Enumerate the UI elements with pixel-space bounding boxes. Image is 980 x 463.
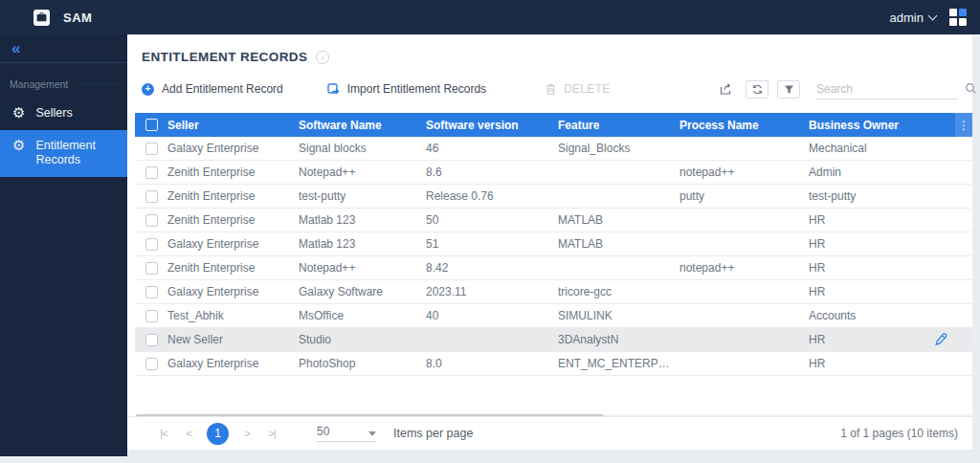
column-header-software-version[interactable]: Software version	[426, 119, 558, 132]
cell-seller: Galaxy Enterprise	[167, 357, 299, 370]
table-row[interactable]: Zenith EnterpriseNotepad++8.42notepad++H…	[135, 256, 972, 280]
app-title: SAM	[63, 11, 92, 25]
row-checkbox[interactable]	[135, 358, 167, 370]
cell-business_owner: test-putty	[809, 189, 926, 203]
row-checkbox[interactable]	[135, 262, 167, 275]
cell-software_version: 2023.11	[426, 285, 558, 298]
cell-software_name: MsOffice	[299, 309, 426, 322]
row-checkbox[interactable]	[135, 310, 167, 322]
cell-process_name: notepad++	[679, 261, 809, 275]
table-row[interactable]: Galaxy EnterpriseSignal blocks46Signal_B…	[135, 137, 972, 161]
table-empty-space	[135, 376, 972, 414]
add-entitlement-record-button[interactable]: + Add Entitlement Record	[142, 82, 283, 96]
items-per-page-select[interactable]: 50	[317, 425, 376, 442]
first-page-button[interactable]: |<	[151, 428, 176, 439]
row-checkbox[interactable]	[135, 190, 167, 203]
row-checkbox[interactable]	[135, 166, 167, 179]
cell-process_name: notepad++	[679, 165, 809, 179]
cell-software_name: Notepad++	[299, 165, 426, 179]
cell-software_version: 46	[426, 142, 558, 155]
edit-pencil-icon[interactable]	[934, 333, 947, 346]
row-checkbox[interactable]	[135, 214, 167, 227]
pagination-summary: 1 of 1 pages (10 items)	[840, 427, 958, 440]
cell-feature: MATLAB	[558, 237, 679, 251]
cell-software_name: Signal blocks	[299, 142, 426, 155]
cell-business_owner: HR	[809, 213, 926, 227]
row-checkbox[interactable]	[135, 238, 167, 251]
next-page-button[interactable]: >	[234, 428, 259, 439]
column-header-business-owner[interactable]: Business Owner	[809, 119, 926, 132]
sidebar-collapse-row: «	[0, 34, 127, 63]
select-all-checkbox[interactable]	[135, 119, 167, 131]
cell-business_owner: HR	[809, 357, 926, 370]
cell-seller: Zenith Enterprise	[167, 261, 299, 275]
chevron-down-icon	[928, 11, 938, 21]
section-divider	[75, 84, 120, 85]
table-row[interactable]: Galaxy EnterprisePhotoShop8.0ENT_MC_ENTE…	[135, 352, 972, 376]
gear-icon: ⚙	[12, 105, 25, 120]
cell-software_version: 40	[426, 309, 558, 322]
row-checkbox[interactable]	[135, 334, 167, 346]
apps-grid-icon[interactable]	[949, 9, 967, 26]
search-icon[interactable]	[965, 82, 977, 95]
search-input[interactable]	[816, 82, 965, 96]
row-checkbox[interactable]	[135, 286, 167, 298]
app-brand: SAM	[33, 10, 92, 26]
cell-process_name: putty	[679, 189, 809, 203]
import-icon	[327, 83, 340, 96]
table-row[interactable]: Zenith Enterprisetest-puttyRelease 0.76p…	[135, 185, 972, 209]
gear-icon: ⚙	[12, 138, 25, 152]
table-body: Galaxy EnterpriseSignal blocks46Signal_B…	[135, 137, 972, 376]
cell-seller: Galaxy Enterprise	[167, 237, 299, 251]
cell-business_owner: HR	[809, 261, 926, 275]
cell-business_owner: Mechanical	[809, 142, 926, 155]
table-row[interactable]: New SellerStudio3DAnalystNHR	[135, 328, 972, 352]
delete-button[interactable]: DELETE	[546, 82, 610, 96]
cell-software_version: 8.42	[426, 261, 558, 275]
table-row[interactable]: Zenith EnterpriseMatlab 12350MATLABHR	[135, 209, 972, 232]
user-menu[interactable]: admin	[890, 11, 936, 25]
last-page-button[interactable]: >|	[259, 428, 284, 439]
table-row[interactable]: Zenith EnterpriseNotepad++8.6notepad++Ad…	[135, 161, 972, 185]
briefcase-icon	[33, 10, 50, 26]
cell-seller: New Seller	[167, 333, 299, 346]
section-label: Management	[10, 78, 68, 90]
search-box	[816, 78, 958, 99]
column-header-process-name[interactable]: Process Name	[679, 119, 809, 132]
refresh-icon[interactable]	[746, 80, 768, 99]
column-header-software-name[interactable]: Software Name	[299, 119, 426, 132]
main-content: ENTITLEMENT RECORDS i + Add Entitlement …	[127, 34, 972, 450]
row-checkbox[interactable]	[135, 143, 167, 155]
cell-business_owner: HR	[809, 237, 926, 251]
filter-icon[interactable]	[777, 80, 800, 99]
collapse-sidebar-icon[interactable]: «	[11, 40, 20, 56]
import-entitlement-records-button[interactable]: Import Entitlement Records	[327, 82, 486, 96]
current-page-button[interactable]: 1	[207, 423, 229, 445]
table-row[interactable]: Galaxy EnterpriseGalaxy Software2023.11t…	[135, 280, 972, 304]
user-label: admin	[890, 11, 924, 25]
previous-page-button[interactable]: <	[176, 428, 201, 439]
top-bar: SAM admin	[0, 0, 980, 34]
sidebar-item-entitlement-records[interactable]: ⚙ Entitlement Records	[0, 130, 127, 177]
cell-software_version: 8.0	[426, 357, 558, 370]
cell-software_version: 51	[426, 237, 558, 251]
column-header-seller[interactable]: Seller	[167, 119, 299, 132]
column-header-feature[interactable]: Feature	[558, 119, 679, 132]
cell-seller: Zenith Enterprise	[167, 213, 299, 227]
row-edit-action[interactable]	[926, 333, 955, 346]
caret-down-icon	[368, 431, 376, 436]
sidebar-item-label: Sellers	[35, 106, 72, 121]
table-row[interactable]: Test_AbhikMsOffice40SIMULINKAccounts	[135, 304, 972, 328]
cell-feature: Signal_Blocks	[558, 142, 679, 155]
table-row[interactable]: Galaxy EnterpriseMatlab 12351MATLABHR	[135, 232, 972, 256]
pagination-bar: |< < 1 > >| 50 Items per page 1 of 1 pag…	[127, 416, 972, 450]
cell-software_name: Matlab 123	[299, 237, 426, 251]
cell-feature: MATLAB	[558, 213, 679, 227]
column-menu-dots-icon[interactable]: ⋮	[955, 113, 972, 137]
cell-seller: Test_Abhik	[167, 309, 299, 322]
cell-seller: Galaxy Enterprise	[167, 285, 299, 298]
export-icon[interactable]	[720, 83, 734, 96]
sidebar-item-sellers[interactable]: ⚙ Sellers	[0, 98, 127, 130]
info-icon[interactable]: i	[316, 51, 329, 64]
cell-software_name: Galaxy Software	[299, 285, 426, 298]
